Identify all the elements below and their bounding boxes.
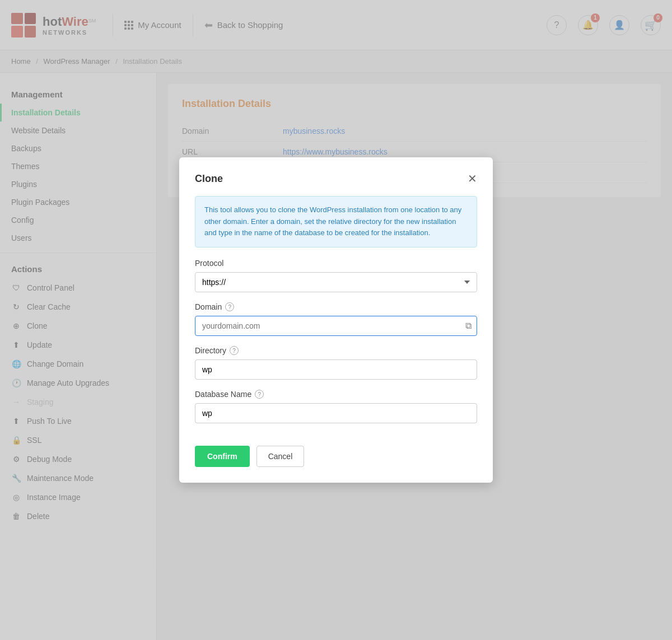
clone-modal: Clone ✕ This tool allows you to clone th… [179,157,493,483]
domain-label: Domain ? [195,302,477,311]
modal-actions: Confirm Cancel [195,437,477,467]
protocol-label: Protocol [195,259,477,268]
database-name-label-text: Database Name [195,390,251,399]
domain-form-group: Domain ? ⧉ [195,302,477,336]
modal-header: Clone ✕ [195,173,477,185]
protocol-select[interactable]: https:// http:// [195,272,477,292]
domain-input-wrapper: ⧉ [195,316,477,336]
protocol-label-text: Protocol [195,259,223,268]
protocol-form-group: Protocol https:// http:// [195,259,477,292]
confirm-button[interactable]: Confirm [195,446,250,467]
directory-input[interactable] [195,359,477,380]
directory-help-icon[interactable]: ? [230,346,239,355]
database-name-label: Database Name ? [195,390,477,399]
modal-info-text: This tool allows you to clone the WordPr… [195,196,477,247]
domain-copy-icon: ⧉ [465,321,472,331]
directory-form-group: Directory ? [195,346,477,380]
modal-close-button[interactable]: ✕ [468,173,477,184]
domain-label-text: Domain [195,302,222,311]
cancel-button[interactable]: Cancel [256,446,305,467]
domain-input[interactable] [195,316,477,336]
database-name-help-icon[interactable]: ? [255,390,264,399]
directory-label-text: Directory [195,346,226,355]
domain-help-icon[interactable]: ? [225,302,234,311]
database-name-input[interactable] [195,403,477,423]
modal-overlay: Clone ✕ This tool allows you to clone th… [0,0,672,640]
directory-label: Directory ? [195,346,477,355]
modal-title: Clone [195,173,223,185]
database-name-form-group: Database Name ? [195,390,477,423]
